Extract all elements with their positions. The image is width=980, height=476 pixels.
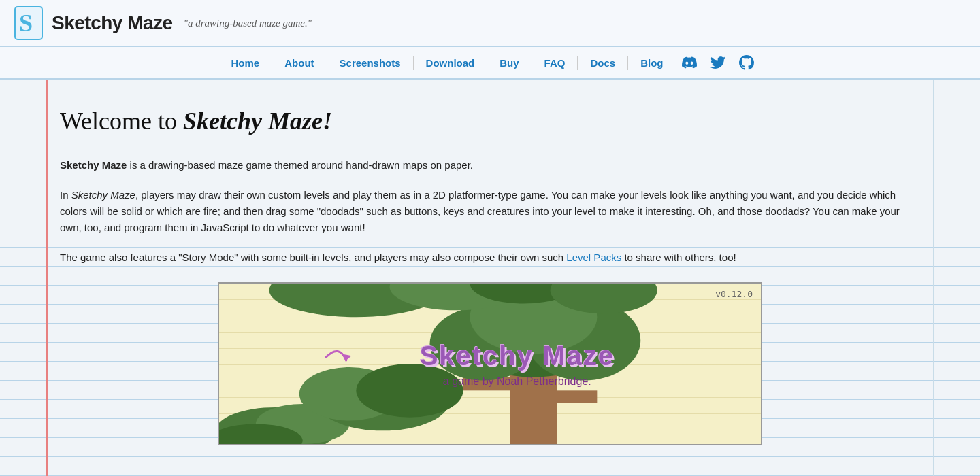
game-version: v0.12.0 — [715, 289, 753, 299]
nav-about[interactable]: About — [272, 56, 327, 70]
intro-paragraph-2: In Sketchy Maze, players may draw their … — [60, 187, 920, 236]
svg-text:S: S — [19, 10, 33, 37]
nav-download[interactable]: Download — [414, 56, 488, 70]
main-content: Welcome to Sketchy Maze! Sketchy Maze is… — [60, 80, 920, 445]
intro-paragraph-1: Sketchy Maze is a drawing-based maze gam… — [60, 157, 920, 173]
twitter-icon[interactable] — [704, 54, 732, 71]
nav-screenshots[interactable]: Screenshots — [327, 56, 414, 70]
game-frame: v0.12.0 Sketchy Maze a game by Noah Peth… — [218, 282, 762, 445]
nav-bar: Home About Screenshots Download Buy FAQ … — [0, 47, 980, 80]
site-tagline: "a drawing-based maze game." — [184, 18, 312, 29]
game-title-overlay: Sketchy Maze a game by Noah Petherbridge… — [420, 341, 615, 388]
page-wrapper: S Sketchy Maze "a drawing-based maze gam… — [0, 0, 980, 476]
discord-icon[interactable] — [675, 54, 704, 71]
intro-paragraph-3: The game also features a "Story Mode" wi… — [60, 250, 920, 266]
site-header: S Sketchy Maze "a drawing-based maze gam… — [0, 0, 980, 47]
main-nav: Home About Screenshots Download Buy FAQ … — [0, 54, 980, 71]
nav-blog[interactable]: Blog — [628, 56, 675, 70]
nav-buy[interactable]: Buy — [487, 56, 532, 70]
github-icon[interactable] — [732, 54, 761, 71]
game-title-text: Sketchy Maze — [420, 341, 615, 371]
logo-icon: S — [14, 5, 44, 41]
welcome-heading: Welcome to Sketchy Maze! — [60, 107, 920, 135]
nav-docs[interactable]: Docs — [578, 56, 628, 70]
level-packs-link[interactable]: Level Packs — [566, 252, 621, 263]
logo-link[interactable]: S Sketchy Maze — [14, 5, 173, 41]
nav-faq[interactable]: FAQ — [532, 56, 578, 70]
nav-home[interactable]: Home — [219, 56, 273, 70]
svg-marker-20 — [342, 354, 352, 360]
game-preview: v0.12.0 Sketchy Maze a game by Noah Peth… — [60, 282, 920, 445]
game-subtitle-text: a game by Noah Petherbridge. — [420, 375, 615, 388]
site-title: Sketchy Maze — [52, 12, 173, 34]
svg-rect-7 — [557, 390, 597, 403]
